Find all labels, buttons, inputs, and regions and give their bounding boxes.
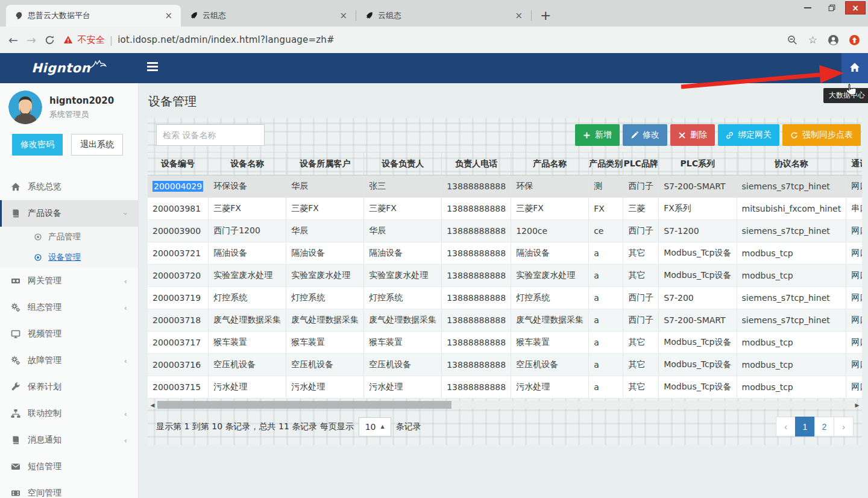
user-avatar[interactable] [8, 90, 42, 124]
新增-button[interactable]: 新增 [575, 124, 620, 146]
scroll-right-icon[interactable]: ▶ [854, 402, 861, 408]
sidebar-toggle-button[interactable] [147, 62, 159, 71]
page-button-1[interactable]: 1 [795, 417, 815, 437]
table-cell: 网口 [846, 175, 862, 198]
table-cell: 灯控系统 [364, 287, 442, 309]
tab-title: 云组态 [378, 10, 508, 21]
sidebar-item[interactable]: 组态管理‹ [0, 294, 138, 321]
search-input[interactable] [156, 124, 265, 146]
url-bar[interactable]: 不安全 | iot.idosp.net/admin/index.html?lan… [63, 34, 779, 46]
删除-button[interactable]: 删除 [670, 124, 715, 146]
tab-close-icon[interactable]: × [512, 10, 525, 21]
new-tab-button[interactable]: + [532, 8, 559, 27]
sidebar-item[interactable]: 故障管理‹ [0, 347, 138, 374]
page-button-2[interactable]: 2 [814, 417, 834, 437]
table-cell: 200003721 [148, 242, 209, 265]
sidebar-item-label: 空间管理 [28, 488, 61, 498]
table-cell: 西门子 [623, 175, 659, 198]
column-header[interactable]: 产品类别 [589, 153, 623, 175]
table-cell: 13888888888 [442, 242, 511, 265]
table-row[interactable]: 200004029环保设备华辰张三13888888888环保测西门子S7-200… [148, 175, 862, 198]
profile-icon[interactable] [828, 35, 838, 45]
table-cell: a [589, 376, 623, 399]
table-cell: 其它 [623, 265, 659, 287]
table-row[interactable]: 200003719灯控系统灯控系统灯控系统13888888888灯控系统a西门子… [148, 287, 862, 309]
home-icon [11, 182, 20, 192]
table-cell: 西门子 [623, 309, 659, 332]
browser-tab[interactable]: 思普云大数据平台× [6, 5, 181, 27]
table-row[interactable]: 200003981三菱FX三菱FX三菱FX13888888888三菱FXFX三菱… [148, 198, 862, 220]
sidebar-subitem[interactable]: 设备管理 [0, 247, 138, 268]
zoom-out-icon[interactable] [787, 35, 797, 45]
修改-button[interactable]: 修改 [623, 124, 667, 146]
sidebar-item[interactable]: 消息通知‹ [0, 427, 138, 453]
table-row[interactable]: 200003718废气处理数据采集废气处理数据采集废气处理数据采集1388888… [148, 309, 862, 332]
page-title: 设备管理 [148, 93, 868, 110]
submenu: 产品管理设备管理 [0, 227, 138, 268]
browser-tab[interactable]: 云组态× [181, 5, 356, 27]
column-header[interactable]: 产品名称 [511, 153, 589, 175]
forward-icon[interactable]: → [27, 33, 36, 46]
column-header[interactable]: 设备所属客户 [286, 153, 364, 175]
table-row[interactable]: 200003715污水处理污水处理污水处理13888888888污水处理a其它M… [148, 376, 862, 399]
table-cell: 网口 [846, 332, 862, 354]
table-row[interactable]: 200003900西门子1200华辰华辰138888888881200cece西… [148, 220, 862, 242]
column-header[interactable]: 设备负责人 [364, 153, 442, 175]
column-header[interactable]: PLC系列 [659, 153, 737, 175]
table-cell: 三菱FX [286, 198, 364, 220]
sidebar-item[interactable]: 产品设备› [0, 200, 138, 227]
table-cell: 灯控系统 [286, 287, 364, 309]
table-cell: Modbus_Tcp设备 [659, 376, 737, 399]
table-cell: 其它 [623, 376, 659, 399]
scrollbar-thumb[interactable] [157, 401, 451, 409]
table-row[interactable]: 200003717猴车装置猴车装置猴车装置13888888888猴车装置a其它M… [148, 332, 862, 354]
column-header[interactable]: 设备编号 [148, 153, 209, 175]
tab-close-icon[interactable]: × [162, 10, 175, 21]
back-icon[interactable]: ← [8, 33, 18, 46]
column-header[interactable]: 协议名称 [737, 153, 846, 175]
column-header[interactable]: 通讯 [846, 153, 862, 175]
sidebar-item[interactable]: 网关管理‹ [0, 268, 138, 294]
page-size-select[interactable]: 10 ▲ [359, 417, 391, 437]
table-cell: 污水处理 [209, 376, 286, 399]
sidebar-item-label: 短信管理 [28, 461, 61, 472]
table-cell: 三菱FX [364, 198, 442, 220]
table-row[interactable]: 200003720实验室废水处理实验室废水处理实验室废水处理1388888888… [148, 265, 862, 287]
chevron-left-icon: ‹ [124, 277, 127, 286]
reload-icon[interactable] [45, 35, 55, 45]
table-cell: 13888888888 [442, 175, 511, 198]
browser-update-icon[interactable] [849, 35, 860, 45]
logout-button[interactable]: 退出系统 [71, 134, 123, 156]
sidebar-subitem[interactable]: 产品管理 [0, 227, 138, 247]
scrollbar-track[interactable] [156, 401, 854, 409]
绑定网关-button[interactable]: 绑定网关 [718, 124, 779, 146]
x-icon [678, 131, 686, 139]
spyun-favicon [14, 11, 23, 20]
close-button[interactable]: × [845, 1, 866, 14]
browser-tab[interactable]: 云组态× [356, 5, 531, 27]
column-header[interactable]: 设备名称 [209, 153, 286, 175]
next-page-button[interactable]: › [834, 417, 854, 437]
sidebar-item[interactable]: 短信管理 [0, 453, 138, 480]
sidebar-item[interactable]: 保养计划 [0, 374, 138, 400]
change-password-button[interactable]: 修改密码 [12, 134, 63, 156]
sidebar-item[interactable]: 系统总览 [0, 174, 138, 200]
table-row[interactable]: 200003721隔油设备隔油设备隔油设备13888888888隔油设备a其它M… [148, 242, 862, 265]
sidebar-item[interactable]: 视频管理 [0, 321, 138, 347]
table-cell: 环保设备 [209, 175, 286, 198]
column-header[interactable]: PLC品牌 [623, 153, 659, 175]
prev-page-button[interactable]: ‹ [776, 417, 796, 437]
table-cell: 猴车装置 [209, 332, 286, 354]
bigdata-home-button[interactable] [841, 53, 868, 83]
column-header[interactable]: 负责人电话 [442, 153, 511, 175]
sidebar-item[interactable]: 联动控制‹ [0, 400, 138, 427]
minimize-button[interactable] [796, 0, 820, 16]
restore-button[interactable] [820, 0, 844, 16]
sidebar-item[interactable]: 空间管理 [0, 480, 138, 498]
强制同步点表-button[interactable]: 强制同步点表 [782, 124, 861, 146]
scroll-left-icon[interactable]: ◀ [149, 402, 156, 408]
tab-close-icon[interactable]: × [337, 10, 350, 21]
bookmark-star-icon[interactable]: ☆ [808, 34, 817, 46]
table-row[interactable]: 200003716空压机设备空压机设备空压机设备13888888888空压机设备… [148, 354, 862, 376]
table-cell: 废气处理数据采集 [364, 309, 442, 332]
